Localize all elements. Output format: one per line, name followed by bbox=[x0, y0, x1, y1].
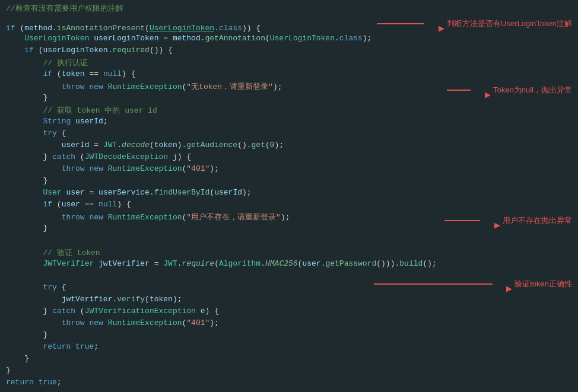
code-line: if (userLoginToken.required()) { bbox=[0, 45, 578, 57]
code-line: throw new RuntimeException("无token，请重新登录… bbox=[0, 81, 578, 93]
code-line: if (user == null) { bbox=[0, 199, 578, 211]
code-line: } bbox=[0, 365, 578, 377]
code-line: User user = userService.findUserById(use… bbox=[0, 187, 578, 199]
code-line: JWTVerifier jwtVerifier = JWT.require(Al… bbox=[0, 259, 578, 270]
code-editor: //检查有没有需要用户权限的注解 if (method.isAnnotation… bbox=[0, 0, 578, 392]
code-line: jwtVerifier.verify(token); bbox=[0, 294, 578, 306]
code-line: } catch (JWTVerificationException e) { bbox=[0, 306, 578, 318]
code-line: } catch (JWTDecodeException j) { bbox=[0, 152, 578, 164]
code-line: // 获取 token 中的 user id bbox=[0, 104, 578, 116]
code-line: throw new RuntimeException("用户不存在，请重新登录"… bbox=[0, 211, 578, 223]
code-line: ▶验证token正确性 bbox=[0, 270, 578, 282]
code-line: return true; bbox=[0, 377, 578, 389]
code-line: try { bbox=[0, 128, 578, 140]
code-line: // 验证 token bbox=[0, 247, 578, 259]
code-line: if (method.isAnnotationPresent(UserLogin… bbox=[0, 14, 578, 33]
code-line: return true; bbox=[0, 342, 578, 353]
code-line: if (token == null) { bbox=[0, 69, 578, 81]
code-line: } bbox=[0, 330, 578, 342]
code-line: throw new RuntimeException("401"); bbox=[0, 164, 578, 176]
code-line: try { bbox=[0, 282, 578, 294]
code-line: } bbox=[0, 176, 578, 187]
code-line: //检查有没有需要用户权限的注解 bbox=[0, 2, 578, 14]
code-line: } bbox=[0, 353, 578, 365]
code-line: UserLoginToken userLoginToken = method.g… bbox=[0, 33, 578, 45]
code-line: String userId; bbox=[0, 116, 578, 128]
code-line bbox=[0, 235, 578, 247]
code-line: // 执行认证 bbox=[0, 57, 578, 69]
code-line: } bbox=[0, 223, 578, 235]
annotation-1: ▶判断方法是否有UserLoginToken注解 bbox=[377, 15, 572, 33]
code-line: } bbox=[0, 93, 578, 104]
code-line: throw new RuntimeException("401"); bbox=[0, 318, 578, 330]
code-line: userId = JWT.decode(token).getAudience()… bbox=[0, 140, 578, 152]
